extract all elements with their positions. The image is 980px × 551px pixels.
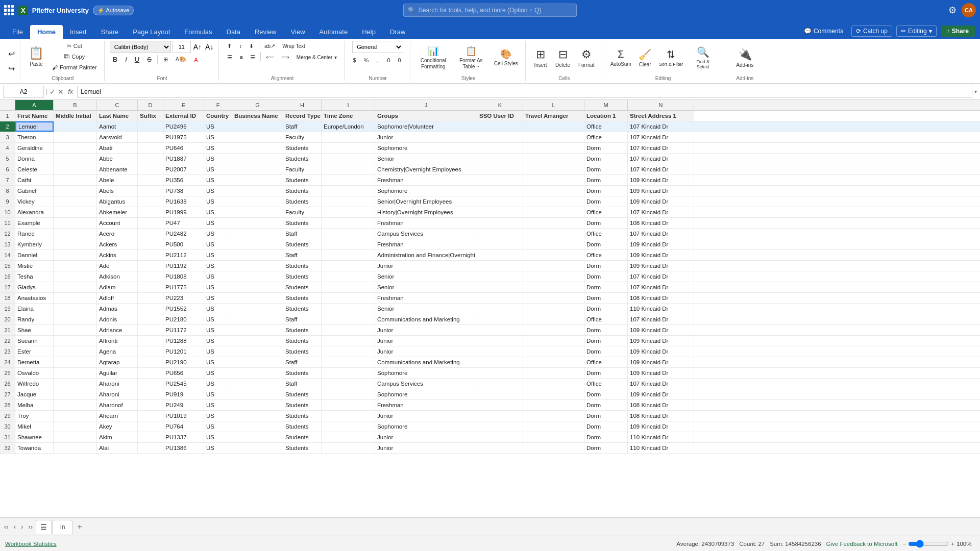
cell-1-J[interactable]: Groups [375, 111, 477, 121]
strikethrough-button[interactable]: S [144, 54, 155, 65]
cell-h[interactable]: Students [283, 368, 322, 378]
cell-m[interactable]: Dorm [584, 304, 628, 314]
cell-d[interactable] [138, 314, 163, 324]
row-num[interactable]: 8 [0, 186, 15, 196]
cell-i[interactable] [322, 196, 375, 207]
cell-c[interactable]: Abkemeier [97, 207, 138, 217]
cell-j[interactable]: Junior [375, 411, 477, 421]
cell-f[interactable]: US [204, 143, 232, 153]
cell-k[interactable] [477, 400, 523, 410]
cell-k[interactable] [477, 325, 523, 335]
row-num[interactable]: 10 [0, 207, 15, 217]
cell-j[interactable]: Senior|Overnight Employees [375, 196, 477, 207]
cell-h[interactable]: Students [283, 175, 322, 185]
decrease-font-button[interactable]: A↓ [204, 42, 214, 52]
cell-d[interactable] [138, 421, 163, 432]
cell-a[interactable]: Lemuel [15, 121, 54, 132]
cell-f[interactable]: US [204, 443, 232, 453]
cell-l[interactable] [523, 304, 584, 314]
cell-a[interactable]: Mikel [15, 421, 54, 432]
undo-button[interactable]: ↩ [5, 47, 18, 60]
cell-1-A[interactable]: First Name [15, 111, 54, 121]
cell-m[interactable]: Dorm [584, 239, 628, 249]
cell-b[interactable] [54, 282, 97, 292]
cell-b[interactable] [54, 293, 97, 303]
cell-m[interactable]: Dorm [584, 432, 628, 442]
cell-d[interactable] [138, 164, 163, 174]
addins-button[interactable]: 🔌 Add-ins [733, 42, 756, 73]
cell-a[interactable]: Sueann [15, 336, 54, 346]
cell-k[interactable] [477, 411, 523, 421]
cell-j[interactable]: Sophomore [375, 143, 477, 153]
increase-indent-button[interactable]: ⟹ [278, 52, 292, 62]
wrap-text-button[interactable]: Wrap Text [279, 41, 308, 51]
cell-n[interactable]: 110 Kincaid Dr [628, 443, 694, 453]
cell-e[interactable]: PU656 [163, 368, 204, 378]
cell-d[interactable] [138, 250, 163, 260]
cell-c[interactable]: Aamot [97, 121, 138, 132]
cell-m[interactable]: Dorm [584, 154, 628, 164]
cell-j[interactable]: Senior [375, 282, 477, 292]
settings-icon[interactable]: ⚙ [948, 5, 957, 16]
cell-i[interactable] [322, 314, 375, 324]
cell-b[interactable] [54, 186, 97, 196]
cell-l[interactable] [523, 271, 584, 282]
cell-j[interactable]: Freshman [375, 400, 477, 410]
cell-f[interactable]: US [204, 207, 232, 217]
cell-a[interactable]: Donna [15, 154, 54, 164]
cell-i[interactable] [322, 229, 375, 239]
cell-d[interactable] [138, 175, 163, 185]
cell-m[interactable]: Dorm [584, 164, 628, 174]
cell-n[interactable]: 109 Kincaid Dr [628, 357, 694, 367]
cell-n[interactable]: 109 Kincaid Dr [628, 346, 694, 357]
cell-j[interactable]: Freshman [375, 175, 477, 185]
cell-m[interactable]: Dorm [584, 282, 628, 292]
row-num[interactable]: 4 [0, 143, 15, 153]
cell-d[interactable] [138, 282, 163, 292]
row-num-1[interactable]: 1 [0, 111, 15, 121]
cell-k[interactable] [477, 357, 523, 367]
cell-c[interactable]: Aharonof [97, 400, 138, 410]
cell-n[interactable]: 108 Kincaid Dr [628, 411, 694, 421]
align-right-button[interactable]: ☰ [247, 52, 258, 62]
clear-button[interactable]: 🧹 Clear [635, 46, 655, 69]
cell-n[interactable]: 109 Kincaid Dr [628, 325, 694, 335]
format-cells-button[interactable]: ⚙ Format [575, 42, 598, 73]
row-num[interactable]: 6 [0, 164, 15, 174]
cell-f[interactable]: US [204, 164, 232, 174]
cell-n[interactable]: 108 Kincaid Dr [628, 293, 694, 303]
decrease-indent-button[interactable]: ⟸ [263, 52, 277, 62]
cell-m[interactable]: Dorm [584, 443, 628, 453]
cell-m[interactable]: Office [584, 357, 628, 367]
row-num[interactable]: 12 [0, 229, 15, 239]
cell-e[interactable]: PU2180 [163, 314, 204, 324]
cell-c[interactable]: Alai [97, 443, 138, 453]
cell-l[interactable] [523, 154, 584, 164]
cell-h[interactable]: Students [283, 196, 322, 207]
cell-b[interactable] [54, 368, 97, 378]
cell-c[interactable]: Aguilar [97, 368, 138, 378]
cell-1-D[interactable]: Suffix [138, 111, 163, 121]
cell-k[interactable] [477, 336, 523, 346]
cell-f[interactable]: US [204, 196, 232, 207]
cell-i[interactable] [322, 239, 375, 249]
cell-c[interactable]: Account [97, 218, 138, 228]
cell-j[interactable]: Sophomore|Volunteer [375, 121, 477, 132]
cell-e[interactable]: PU249 [163, 400, 204, 410]
row-num[interactable]: 7 [0, 175, 15, 185]
formula-input[interactable] [77, 86, 972, 98]
cell-g[interactable] [232, 282, 283, 292]
cell-i[interactable] [322, 421, 375, 432]
cell-k[interactable] [477, 218, 523, 228]
cell-k[interactable] [477, 314, 523, 324]
tab-draw[interactable]: Draw [383, 25, 412, 39]
tab-review[interactable]: Review [248, 25, 284, 39]
cell-b[interactable] [54, 325, 97, 335]
cell-k[interactable] [477, 379, 523, 389]
tab-home[interactable]: Home [30, 25, 63, 39]
cell-c[interactable]: Adloff [97, 293, 138, 303]
zoom-in-icon[interactable]: + [951, 541, 954, 547]
cell-n[interactable]: 109 Kincaid Dr [628, 261, 694, 271]
cell-h[interactable]: Students [283, 421, 322, 432]
cell-d[interactable] [138, 196, 163, 207]
